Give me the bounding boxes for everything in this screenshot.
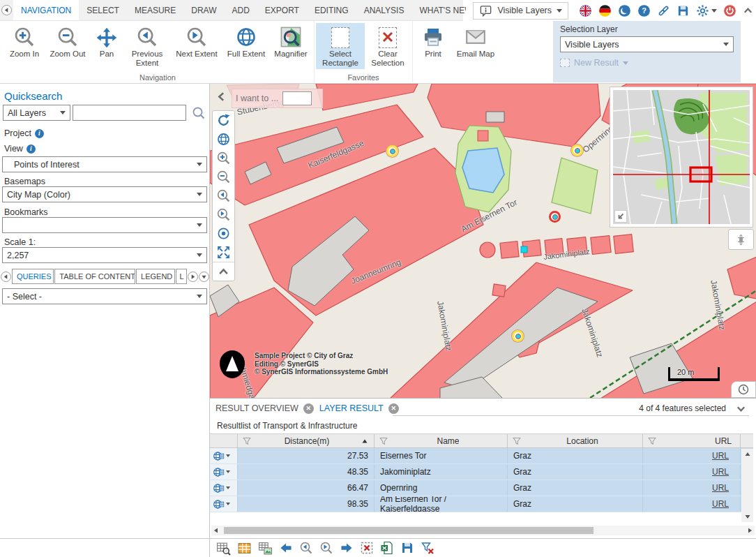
poi-marker-selected[interactable]	[549, 211, 561, 223]
table-row[interactable]: 66.47 Opernring Graz URL	[210, 480, 753, 496]
show-table-search-button[interactable]	[216, 541, 231, 556]
menu-scroll-left-button[interactable]	[1, 5, 12, 15]
url-link[interactable]: URL	[712, 451, 729, 461]
row-actions[interactable]	[210, 480, 238, 496]
view-dropdown[interactable]: Points of Interest	[2, 156, 207, 172]
scrollbar-thumb[interactable]	[224, 527, 594, 534]
scroll-right-icon[interactable]	[746, 527, 753, 534]
tab-table-of-content[interactable]: TABLE OF CONTENT	[54, 269, 135, 284]
clear-filter-button[interactable]	[421, 541, 434, 555]
i-want-to-input[interactable]	[282, 91, 312, 105]
show-table-button[interactable]	[237, 541, 252, 556]
tab-queries[interactable]: QUERIES	[12, 269, 54, 284]
report-button[interactable]	[258, 541, 273, 556]
menu-tab-navigation[interactable]: NAVIGATION	[13, 0, 79, 20]
map-view[interactable]: Stubenberggasse Kaiserfeldgasse Am Eiser…	[210, 84, 756, 399]
zoom-out-button[interactable]	[213, 168, 234, 186]
i-want-to-widget[interactable]: I want to ...	[232, 89, 323, 108]
tab-result-overview[interactable]: RESULT OVERVIEW ✕	[216, 403, 314, 414]
poi-marker[interactable]	[571, 144, 583, 156]
row-actions[interactable]	[210, 464, 238, 480]
menu-tab-add[interactable]: ADD	[224, 0, 257, 20]
magnifier-button[interactable]: Magnifier	[269, 23, 312, 69]
url-link[interactable]: URL	[712, 499, 729, 509]
history-button[interactable]	[731, 381, 756, 398]
previous-extent-button[interactable]: Previous Extent	[124, 23, 170, 69]
table-horizontal-scrollbar[interactable]	[211, 526, 755, 535]
language-english-button[interactable]	[579, 4, 592, 17]
tab-layer-result[interactable]: LAYER RESULT ✕	[319, 403, 399, 414]
table-row[interactable]: 98.35 Am Eisernen Tor / Kaiserfeldgasse …	[210, 496, 753, 512]
feature-globe-icon[interactable]	[213, 466, 225, 478]
feature-globe-icon[interactable]	[213, 498, 225, 510]
tooltip-mode-dropdown[interactable]: Visible Layers	[473, 2, 568, 20]
save-result-button[interactable]	[400, 541, 414, 555]
overview-map[interactable]	[610, 87, 753, 228]
clear-selection-button[interactable]: ✕Clear Selection	[365, 23, 411, 69]
logout-button[interactable]	[723, 4, 736, 17]
zoom-in-button[interactable]	[213, 149, 234, 168]
email-map-button[interactable]: Email Map	[452, 23, 499, 69]
swipe-tool-button[interactable]	[728, 229, 754, 250]
tab-legend[interactable]: LEGEND	[136, 269, 175, 284]
url-link[interactable]: URL	[712, 483, 729, 493]
filter-icon[interactable]	[647, 436, 658, 447]
filter-icon[interactable]	[378, 436, 389, 447]
column-header-location[interactable]: Location	[508, 434, 643, 447]
table-row[interactable]: 48.35 Jakominiplatz Graz URL	[210, 464, 753, 480]
refresh-map-button[interactable]	[213, 111, 234, 130]
table-vertical-scrollbar[interactable]	[741, 449, 753, 522]
menu-tab-select[interactable]: SELECT	[79, 0, 127, 20]
close-icon[interactable]: ✕	[303, 403, 314, 414]
share-link-button[interactable]	[657, 4, 670, 17]
menu-tab-draw[interactable]: DRAW	[183, 0, 224, 20]
tabs-scroll-left-button[interactable]	[1, 272, 11, 282]
select-rectangle-button[interactable]: Select Rectangle	[316, 23, 365, 69]
column-header-name[interactable]: Name	[375, 434, 508, 447]
remove-selection-button[interactable]	[360, 541, 374, 555]
tabs-overflow-button[interactable]	[199, 272, 209, 282]
bookmarks-dropdown[interactable]	[2, 217, 207, 233]
night-mode-button[interactable]	[618, 4, 631, 17]
basemaps-dropdown[interactable]: City Map (Color)	[2, 186, 207, 202]
language-german-button[interactable]	[598, 4, 612, 17]
scale-dropdown[interactable]: 2,257	[2, 247, 207, 263]
collapse-ribbon-button[interactable]	[743, 6, 753, 16]
tab-truncated[interactable]: L	[176, 269, 187, 284]
scroll-left-icon[interactable]	[213, 527, 220, 534]
row-actions[interactable]	[210, 496, 238, 512]
overview-map-canvas[interactable]	[613, 90, 750, 224]
menu-tab-editing[interactable]: EDITING	[307, 0, 356, 20]
next-extent-button[interactable]	[213, 205, 234, 224]
collapse-panel-button[interactable]	[736, 403, 746, 414]
previous-extent-button[interactable]	[213, 186, 234, 205]
collapse-overview-button[interactable]	[614, 210, 627, 223]
zoom-in-button[interactable]: Zoom In	[3, 23, 46, 69]
close-icon[interactable]: ✕	[388, 403, 399, 414]
export-excel-button[interactable]	[380, 541, 394, 555]
table-row[interactable]: 27.53 Eisernes Tor Graz URL	[210, 448, 753, 464]
save-button[interactable]	[676, 4, 690, 17]
url-link[interactable]: URL	[712, 467, 729, 477]
next-extent-button[interactable]: Next Extent	[170, 23, 223, 69]
full-extent-button[interactable]	[213, 130, 234, 149]
next-feature-button[interactable]	[340, 541, 354, 555]
search-scope-dropdown[interactable]: All Layers	[3, 105, 70, 121]
column-header-url[interactable]: URL	[643, 434, 741, 447]
poi-marker[interactable]	[512, 330, 524, 342]
new-result-button[interactable]: New Result	[560, 58, 734, 68]
filter-icon[interactable]	[241, 436, 252, 447]
feature-globe-icon[interactable]	[213, 482, 225, 494]
tabs-scroll-right-button[interactable]	[188, 272, 198, 282]
info-icon[interactable]: i	[35, 129, 44, 138]
full-extent-button[interactable]: Full Extent	[223, 23, 269, 69]
row-actions[interactable]	[210, 448, 238, 463]
center-map-button[interactable]	[213, 224, 234, 243]
pan-button[interactable]: Pan	[89, 23, 124, 69]
quicksearch-input[interactable]	[73, 105, 186, 121]
print-button[interactable]: Print	[414, 23, 452, 69]
menu-tab-export[interactable]: EXPORT	[257, 0, 307, 20]
help-button[interactable]	[637, 4, 651, 17]
column-header-distance[interactable]: Distance(m)	[238, 434, 375, 447]
settings-button[interactable]	[696, 4, 717, 17]
